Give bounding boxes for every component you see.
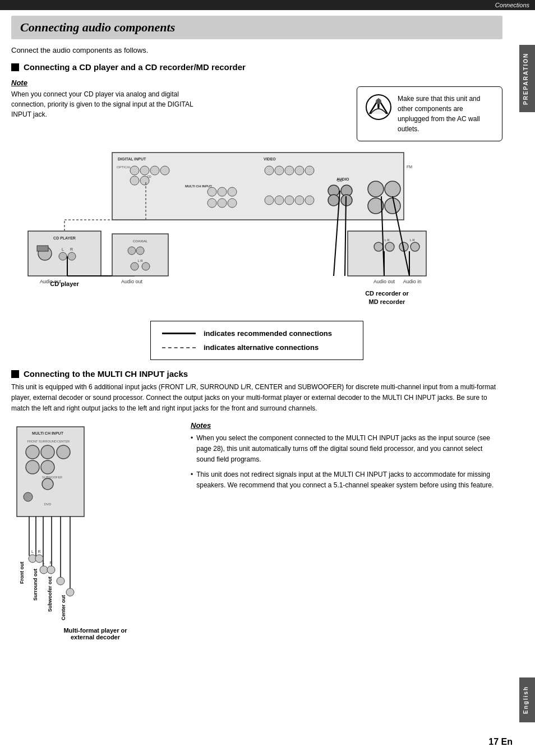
notes-label: Notes: [191, 421, 502, 430]
svg-point-88: [26, 445, 39, 459]
svg-point-27: [285, 196, 294, 205]
svg-text:OPTICAL: OPTICAL: [117, 165, 131, 169]
svg-text:L    R: L R: [137, 259, 143, 262]
svg-text:VIDEO: VIDEO: [264, 157, 276, 161]
notes-area: Notes When you select the component conn…: [191, 421, 502, 646]
svg-point-31: [341, 195, 352, 206]
section1-bullet: [11, 63, 19, 71]
svg-point-112: [66, 588, 74, 596]
multi-format-label: Multi-format player or external decoder: [11, 627, 179, 640]
svg-point-23: [368, 181, 384, 197]
legend-box: indicates recommended connections indica…: [150, 321, 363, 360]
svg-text:Surround out: Surround out: [33, 569, 38, 601]
svg-point-12: [130, 176, 139, 185]
svg-point-48: [68, 252, 76, 260]
sidebar-english: English: [519, 677, 535, 722]
svg-point-90: [57, 445, 70, 459]
section1-heading: Connecting a CD player and a CD recorder…: [24, 62, 246, 72]
svg-point-2: [376, 99, 381, 104]
section1-layout: Note When you connect your CD player via…: [11, 75, 502, 141]
section1-heading-container: Connecting a CD player and a CD recorder…: [11, 62, 502, 72]
svg-point-16: [275, 166, 284, 175]
svg-text:Front out: Front out: [19, 561, 25, 584]
svg-point-111: [57, 577, 64, 585]
svg-point-95: [24, 492, 33, 501]
warning-icon: !: [365, 94, 392, 121]
svg-text:FRONT: FRONT: [27, 440, 39, 443]
svg-point-38: [228, 187, 237, 196]
svg-point-36: [207, 187, 216, 196]
svg-text:SUBWOOFER: SUBWOOFER: [42, 476, 62, 479]
svg-text:DIGITAL INPUT: DIGITAL INPUT: [118, 157, 146, 161]
svg-point-47: [59, 252, 67, 260]
svg-point-89: [41, 445, 54, 459]
legend-dashed-label: indicates alternative connections: [204, 343, 319, 352]
note-text: When you connect your CD player via anal…: [11, 89, 202, 119]
svg-text:L: L: [43, 561, 45, 565]
svg-text:L    R: L R: [409, 238, 415, 242]
svg-point-62: [136, 247, 144, 255]
svg-point-29: [305, 196, 314, 205]
note-item-1: When you select the component connected …: [191, 433, 502, 465]
svg-point-11: [160, 166, 169, 175]
svg-text:L: L: [62, 247, 64, 251]
section2-two-col: MULTI CH INPUT FRONT SURROUND CENTER SUB…: [11, 421, 502, 646]
svg-point-106: [35, 555, 43, 563]
svg-text:Subwoofer out: Subwoofer out: [47, 577, 53, 612]
note-item-2: This unit does not redirect signals inpu…: [191, 469, 502, 491]
legend-dashed-line: [162, 347, 196, 348]
cd-diagram-area: DIGITAL INPUT VIDEO AUDIO OPTICAL CD: [22, 147, 502, 315]
svg-point-17: [285, 166, 294, 175]
section2-heading: Connecting to the MULTI CH INPUT jacks: [24, 369, 188, 379]
page-number: 17 En: [488, 737, 513, 747]
svg-point-28: [295, 196, 304, 205]
svg-text:R: R: [70, 247, 73, 251]
section2-heading-container: Connecting to the MULTI CH INPUT jacks: [11, 369, 502, 379]
multi-ch-diagram: MULTI CH INPUT FRONT SURROUND CENTER SUB…: [11, 421, 179, 640]
svg-point-9: [140, 166, 149, 175]
svg-rect-3: [112, 153, 404, 220]
svg-point-19: [305, 166, 314, 175]
legend-solid-label: indicates recommended connections: [204, 329, 332, 338]
main-content: Connecting audio components Connect the …: [0, 10, 519, 657]
svg-point-109: [40, 566, 48, 574]
svg-text:Audio out: Audio out: [373, 279, 395, 284]
svg-point-69: [385, 242, 394, 251]
svg-text:CD: CD: [337, 178, 343, 182]
top-bar-text: Connections: [495, 2, 529, 8]
svg-point-92: [41, 460, 54, 474]
svg-text:COAXIAL: COAXIAL: [133, 239, 148, 243]
warning-box: ! Make sure that this unit and other com…: [357, 86, 502, 141]
page-title: Connecting audio components: [20, 20, 494, 35]
svg-text:Audio out: Audio out: [40, 279, 62, 284]
svg-point-65: [142, 262, 150, 270]
svg-text:MD recorder: MD recorder: [369, 298, 406, 305]
notes-list: When you select the component connected …: [191, 433, 502, 491]
svg-point-110: [47, 566, 55, 574]
svg-text:R: R: [38, 550, 40, 554]
svg-text:FM: FM: [407, 165, 412, 169]
section1-left: Note When you connect your CD player via…: [11, 75, 345, 141]
top-bar: Connections: [0, 0, 535, 10]
svg-point-8: [130, 166, 139, 175]
section2-body: This unit is equipped with 6 additional …: [11, 382, 502, 414]
sidebar-preparation: PREPARATION: [519, 45, 535, 112]
svg-text:Audio out: Audio out: [121, 279, 143, 284]
svg-text:SURROUND: SURROUND: [39, 440, 57, 443]
svg-text:L    R: L R: [384, 238, 390, 242]
svg-point-72: [411, 242, 419, 251]
svg-point-61: [128, 247, 136, 255]
svg-point-37: [218, 187, 227, 196]
svg-text:Center out: Center out: [61, 595, 66, 620]
svg-point-40: [218, 199, 227, 208]
svg-point-26: [275, 196, 284, 205]
svg-text:R: R: [49, 561, 52, 565]
svg-point-39: [207, 199, 216, 208]
svg-point-33: [385, 198, 400, 214]
legend-solid: indicates recommended connections: [162, 329, 352, 338]
svg-text:MULTI CH INPUT: MULTI CH INPUT: [185, 185, 212, 188]
svg-text:CD recorder or: CD recorder or: [365, 290, 409, 297]
svg-point-41: [228, 199, 237, 208]
page-title-banner: Connecting audio components: [11, 16, 502, 39]
svg-point-25: [265, 196, 274, 205]
